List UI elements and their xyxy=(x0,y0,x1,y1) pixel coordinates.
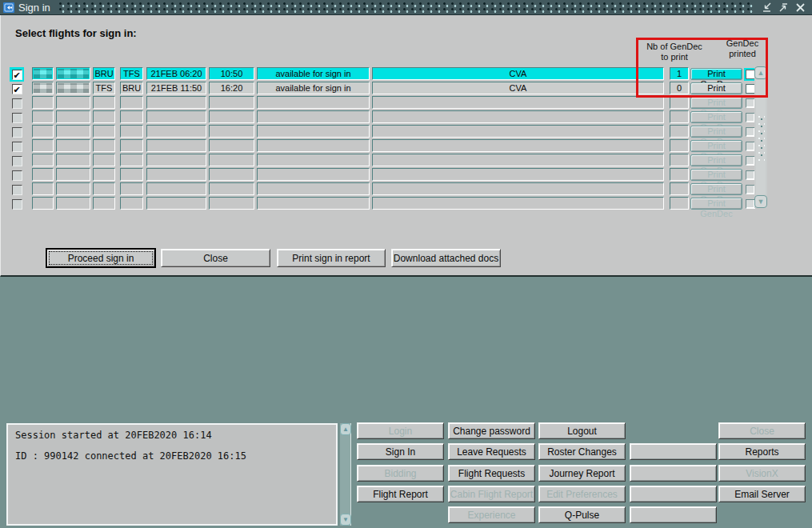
menu-button-empty[interactable] xyxy=(630,443,717,460)
scroll-up-icon[interactable]: ▲ xyxy=(340,423,351,435)
flight-cell-from xyxy=(93,139,115,152)
flight-cell-nb_gendec xyxy=(670,154,689,166)
row-select-checkbox[interactable] xyxy=(10,96,24,110)
row-select-checkbox[interactable] xyxy=(10,197,24,211)
flight-cell-departure xyxy=(146,96,206,109)
flight-cell-c1 xyxy=(32,139,54,152)
print-sign-in-report-button[interactable]: Print sign in report xyxy=(277,249,386,267)
menu-button-leave-requests[interactable]: Leave Requests xyxy=(448,443,535,460)
menu-button-empty[interactable] xyxy=(630,465,717,482)
checkbox-empty xyxy=(12,156,22,166)
print-gendec-button[interactable]: Print GenDec xyxy=(690,111,742,123)
menu-button-empty[interactable] xyxy=(630,486,717,502)
proceed-sign-in-button[interactable]: Proceed sign in xyxy=(46,249,155,267)
scroll-down-icon[interactable]: ▼ xyxy=(754,195,767,208)
flight-cell-to: TFS xyxy=(120,67,143,80)
close-button[interactable]: Close xyxy=(161,249,270,267)
flight-cell-c1 xyxy=(32,197,54,210)
flight-cell-c1 xyxy=(32,110,54,123)
menu-button-empty[interactable] xyxy=(630,506,717,523)
menu-button-experience[interactable]: Experience xyxy=(448,506,535,523)
print-gendec-button[interactable]: Print GenDec xyxy=(690,82,742,94)
flight-cell-c1 xyxy=(32,154,54,166)
flight-cell-c1 xyxy=(32,67,54,80)
scroll-down-icon[interactable]: ▼ xyxy=(340,514,351,526)
flight-cell-c2 xyxy=(56,82,90,94)
flight-row: ✔BRUTFS21FEB 06:2010:50available for sig… xyxy=(1,67,801,82)
flight-cell-departure xyxy=(146,154,206,166)
row-select-checkbox[interactable] xyxy=(10,125,24,139)
minimize-icon[interactable] xyxy=(760,2,774,14)
menu-button-email-server[interactable]: Email Server xyxy=(718,486,806,502)
print-gendec-button[interactable]: Print GenDec xyxy=(690,154,742,166)
print-gendec-button[interactable]: Print GenDec xyxy=(690,140,742,152)
flight-cell-c2 xyxy=(56,125,90,138)
session-log-scrollbar[interactable]: ▲ ▼ xyxy=(340,423,351,526)
flight-cell-nb_gendec xyxy=(670,197,689,210)
flight-cell-company xyxy=(372,182,664,195)
menu-button-cabin-flight-report[interactable]: Cabin Flight Report xyxy=(448,486,535,502)
print-gendec-button[interactable]: Print GenDec xyxy=(690,169,742,181)
row-select-checkbox[interactable] xyxy=(10,139,24,154)
print-gendec-button[interactable]: Print GenDec xyxy=(690,183,742,195)
close-icon[interactable] xyxy=(794,2,807,14)
print-gendec-button[interactable]: Print GenDec xyxy=(690,68,742,80)
menu-button-q-pulse[interactable]: Q-Pulse xyxy=(538,506,626,523)
flight-cell-to xyxy=(120,96,143,109)
flight-cell-from: BRU xyxy=(93,67,115,80)
panel-heading: Select flights for sign in: xyxy=(15,27,137,39)
flight-cell-departure xyxy=(146,139,206,152)
menu-button-flight-report[interactable]: Flight Report xyxy=(357,486,444,502)
menu-button-roster-changes[interactable]: Roster Changes xyxy=(538,443,626,460)
flight-cell-from xyxy=(93,125,115,138)
flight-cell-arrival_time xyxy=(209,125,254,138)
flight-cell-company: CVA xyxy=(372,82,664,94)
menu-button-journey-report[interactable]: Journey Report xyxy=(538,465,626,482)
restore-icon[interactable] xyxy=(777,2,790,14)
row-select-checkbox[interactable] xyxy=(10,182,24,197)
menu-button-close[interactable]: Close xyxy=(718,422,806,439)
print-gendec-button[interactable]: Print GenDec xyxy=(690,97,742,109)
flight-cell-company xyxy=(372,125,664,138)
row-select-checkbox[interactable] xyxy=(10,168,24,182)
checkbox-empty xyxy=(12,185,22,195)
menu-button-bidding[interactable]: Bidding xyxy=(357,465,444,482)
flight-row: Print GenDec xyxy=(1,110,801,125)
download-attached-docs-button[interactable]: Download attached docs xyxy=(391,249,501,267)
flight-cell-nb_gendec xyxy=(670,139,689,152)
menu-button-edit-preferences[interactable]: Edit Preferences xyxy=(538,486,626,502)
print-gendec-button[interactable]: Print GenDec xyxy=(690,198,742,210)
session-log[interactable]: Session started at 20FEB2020 16:14 ID : … xyxy=(6,423,338,526)
menu-button-logout[interactable]: Logout xyxy=(538,422,626,439)
scrollbar-grip[interactable] xyxy=(758,115,765,162)
flight-cell-departure: 21FEB 11:50 xyxy=(146,82,206,94)
flight-cell-company xyxy=(372,168,664,181)
menu-button-reports[interactable]: Reports xyxy=(718,443,806,460)
checkbox-empty xyxy=(12,199,22,210)
menu-button-flight-requests[interactable]: Flight Requests xyxy=(448,465,535,482)
flight-row: Print GenDec xyxy=(1,182,801,197)
row-select-checkbox[interactable] xyxy=(10,110,24,125)
menu-button-change-password[interactable]: Change password xyxy=(448,422,535,439)
flight-cell-nb_gendec xyxy=(670,168,689,181)
nb-gendec-to-print-header: Nb of GenDec to print xyxy=(638,42,711,62)
flight-cell-c2 xyxy=(56,182,90,195)
flight-cell-to xyxy=(120,139,143,152)
sign-in-panel: Select flights for sign in: Nb of GenDec… xyxy=(0,15,812,277)
flight-cell-company xyxy=(372,96,664,109)
flight-row: Print GenDec xyxy=(1,125,801,139)
row-select-checkbox[interactable] xyxy=(10,154,24,168)
gendec-printed-header: GenDec printed xyxy=(718,38,767,59)
scrollbar-track[interactable] xyxy=(756,80,766,194)
print-gendec-button[interactable]: Print GenDec xyxy=(690,126,742,138)
menu-button-visionx[interactable]: VisionX xyxy=(718,465,806,482)
row-select-checkbox[interactable]: ✔ xyxy=(10,82,24,96)
scroll-up-icon[interactable]: ▲ xyxy=(754,66,767,79)
menu-button-login[interactable]: Login xyxy=(357,422,444,439)
flight-cell-nb_gendec: 0 xyxy=(670,82,689,94)
menu-button-sign-in[interactable]: Sign In xyxy=(357,443,444,460)
titlebar-texture xyxy=(58,2,754,14)
row-select-checkbox[interactable]: ✔ xyxy=(10,67,24,82)
flight-cell-c1 xyxy=(32,125,54,138)
flight-table-scrollbar[interactable]: ▲ ▼ xyxy=(754,66,767,208)
